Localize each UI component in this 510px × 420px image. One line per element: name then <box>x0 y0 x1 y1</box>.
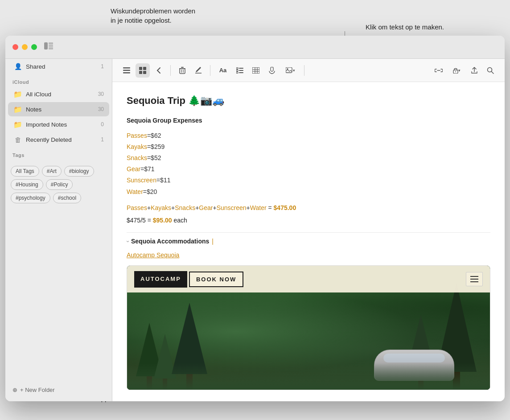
svg-rect-8 <box>143 67 146 70</box>
svg-point-16 <box>236 67 238 69</box>
menu-line-2 <box>470 279 478 280</box>
folder-icon-all-icloud: 📁 <box>13 90 22 99</box>
collapse-icon[interactable]: › <box>123 241 132 243</box>
tag-chip-policy[interactable]: #Policy <box>46 179 73 190</box>
table-btn[interactable] <box>249 63 263 78</box>
tag-chip-school[interactable]: #school <box>53 193 81 203</box>
app-window: 👤 Shared 1 iCloud 📁 All iCloud 30 📁 Note… <box>5 36 505 401</box>
sidebar: 👤 Shared 1 iCloud 📁 All iCloud 30 📁 Note… <box>5 59 112 401</box>
sidebar-item-all-icloud[interactable]: 📁 All iCloud 30 <box>8 87 109 101</box>
tags-header: Tags <box>5 147 112 160</box>
tag-chip-housing[interactable]: #Housing <box>11 179 43 190</box>
svg-rect-12 <box>181 67 184 68</box>
folder-icon-notes: 📁 <box>13 105 22 114</box>
tag-chip-art[interactable]: #Art <box>42 166 62 177</box>
autocamp-logo: AUTOCAMP <box>134 271 187 288</box>
plus-icon: ⊕ <box>12 387 17 393</box>
web-preview-header: AUTOCAMP BOOK NOW <box>127 266 490 292</box>
link-btn[interactable] <box>432 63 446 78</box>
svg-rect-4 <box>123 67 130 69</box>
book-now-button[interactable]: BOOK NOW <box>189 272 243 287</box>
compose-btn[interactable] <box>191 63 206 78</box>
svg-rect-9 <box>139 71 142 74</box>
sidebar-item-imported-notes[interactable]: 📁 Imported Notes 0 <box>8 117 109 132</box>
svg-rect-27 <box>271 67 273 71</box>
menu-line-3 <box>470 281 478 282</box>
expense-list: Passes=$62 Kayaks=$259 Snacks=$52 Gear=$… <box>127 130 490 198</box>
share-btn[interactable] <box>467 63 481 78</box>
per-person: $475/5 = $95.00 each <box>127 215 490 225</box>
note-area: Aa <box>112 59 505 401</box>
svg-rect-22 <box>252 67 259 74</box>
svg-rect-10 <box>143 71 146 74</box>
expense-passes: Passes=$62 <box>127 130 490 141</box>
minimize-button[interactable] <box>22 44 28 50</box>
folder-icon-imported: 📁 <box>13 120 22 129</box>
svg-point-20 <box>236 72 238 74</box>
svg-rect-7 <box>139 67 142 70</box>
delete-btn[interactable] <box>175 63 189 78</box>
svg-rect-21 <box>239 72 243 73</box>
format-btn[interactable]: Aa <box>215 63 231 78</box>
expense-water: Water=$20 <box>127 186 490 198</box>
audio-btn[interactable] <box>265 63 279 78</box>
svg-line-35 <box>492 71 494 74</box>
svg-rect-17 <box>239 68 243 69</box>
tag-chip-all-tags[interactable]: All Tags <box>11 166 39 177</box>
tree-3 <box>172 303 207 390</box>
svg-rect-3 <box>49 47 53 49</box>
svg-rect-13 <box>180 69 185 74</box>
close-button[interactable] <box>12 44 18 50</box>
menu-line-1 <box>470 276 478 277</box>
content-area: 👤 Shared 1 iCloud 📁 All iCloud 30 📁 Note… <box>5 59 505 401</box>
expense-kayaks: Kayaks=$259 <box>127 141 490 152</box>
svg-rect-0 <box>44 42 48 49</box>
grid-view-btn[interactable] <box>136 63 150 78</box>
expense-sunscreen: Sunscreen=$11 <box>127 175 490 186</box>
sidebar-item-recently-deleted[interactable]: 🗑 Recently Deleted 1 <box>8 132 109 147</box>
accommodations-header: › Sequoia Accommodations | <box>127 236 490 246</box>
autocamp-link[interactable]: Autocamp Sequoia <box>127 250 490 260</box>
tag-chip-psychology[interactable]: #psychology <box>11 193 50 203</box>
tag-chips: All Tags #Art #biology #Housing #Policy … <box>11 166 107 203</box>
svg-rect-6 <box>123 72 130 74</box>
hamburger-menu-btn[interactable] <box>466 272 483 286</box>
web-preview: AUTOCAMP BOOK NOW <box>127 265 490 390</box>
toolbar-separator-2 <box>210 65 210 76</box>
media-btn[interactable]: ▾ <box>281 63 300 78</box>
format-callout: Klik om tekst op te maken. <box>366 22 444 32</box>
list-view-btn[interactable] <box>119 63 134 78</box>
tags-section: All Tags #Art #biology #Housing #Policy … <box>5 160 112 207</box>
expense-gear: Gear=$71 <box>127 164 490 175</box>
svg-rect-29 <box>286 67 292 73</box>
svg-point-33 <box>455 71 456 72</box>
sidebar-toggle-icon[interactable] <box>44 42 53 52</box>
note-title: Sequoia Trip 🌲📷🚙 <box>127 93 490 108</box>
svg-rect-1 <box>49 42 53 45</box>
maximize-button[interactable] <box>31 44 37 50</box>
expense-snacks: Snacks=$52 <box>127 152 490 164</box>
toolbar: Aa <box>112 59 505 82</box>
back-btn[interactable] <box>152 63 166 78</box>
title-bar <box>5 36 505 59</box>
forest-background <box>127 292 490 390</box>
toolbar-separator-1 <box>170 65 171 76</box>
tag-chip-biology[interactable]: #biology <box>64 166 94 177</box>
new-folder-button[interactable]: ⊕ + New Folder <box>5 382 112 398</box>
checklist-btn[interactable] <box>233 63 247 78</box>
sidebar-item-notes[interactable]: 📁 Notes 30 <box>8 102 109 116</box>
sidebar-item-shared[interactable]: 👤 Shared 1 <box>8 59 109 74</box>
note-content: Sequoia Trip 🌲📷🚙 Sequoia Group Expenses … <box>112 82 505 401</box>
svg-point-18 <box>236 70 238 71</box>
lock-btn[interactable]: ▾ <box>448 63 465 78</box>
toolbar-separator-3 <box>304 65 304 76</box>
svg-rect-5 <box>123 70 130 71</box>
svg-rect-19 <box>239 70 243 71</box>
math-callout: Wiskundeproblemen worden in je notitie o… <box>111 6 195 25</box>
search-btn[interactable] <box>483 63 498 78</box>
icloud-header: iCloud <box>5 74 112 86</box>
svg-rect-2 <box>49 45 53 47</box>
airstream-trailer <box>374 350 454 381</box>
total-formula: Passes+Kayaks+Snacks+Gear+Sunscreen+Wate… <box>127 203 490 213</box>
shared-icon: 👤 <box>13 62 22 71</box>
